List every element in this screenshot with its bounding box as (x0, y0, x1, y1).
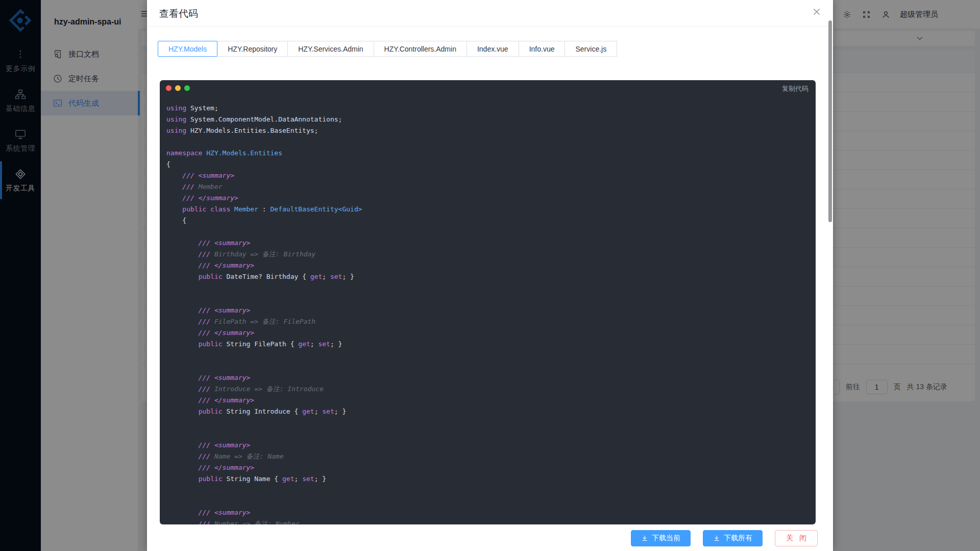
code-line (166, 361, 807, 372)
download-current-button[interactable]: 下载当前 (631, 530, 691, 546)
button-label: 下载所有 (724, 534, 752, 543)
traffic-light-green (184, 85, 190, 91)
code-line (166, 282, 807, 294)
dialog-footer: 下载当前下载所有关 闭 (631, 530, 818, 546)
code-line: using System; (166, 103, 807, 114)
code-line: /// FilePath => 备注: FilePath (166, 316, 807, 327)
code-line: public DateTime? Birthday { get; set; } (166, 271, 807, 282)
tab-hzy-services-admin[interactable]: HZY.Services.Admin (287, 41, 374, 57)
code-line: using HZY.Models.Entities.BaseEntitys; (166, 125, 807, 136)
code-line: /// Number => 备注: Number (166, 518, 807, 524)
code-line: { (166, 215, 807, 226)
code-line: /// <summary> (166, 305, 807, 316)
dialog-header: 查看代码 (147, 0, 833, 27)
copy-code-button[interactable]: 复制代码 (782, 84, 808, 93)
traffic-light-yellow (175, 85, 181, 91)
code-content: using System;using System.ComponentModel… (160, 95, 816, 524)
code-line (166, 294, 807, 305)
download-all-button[interactable]: 下载所有 (703, 530, 763, 546)
tab-hzy-repository[interactable]: HZY.Repository (217, 41, 288, 57)
code-line: { (166, 159, 807, 170)
close-icon[interactable] (813, 8, 823, 18)
code-line: /// </summary> (166, 395, 807, 406)
code-line (166, 485, 807, 496)
code-line: /// <summary> (166, 440, 807, 451)
code-line: /// Birthday => 备注: Birthday (166, 249, 807, 260)
dialog-scrollbar-thumb[interactable] (828, 20, 832, 222)
view-code-dialog: 查看代码 HZY.ModelsHZY.RepositoryHZY.Service… (147, 0, 833, 551)
close-button[interactable]: 关 闭 (775, 530, 818, 546)
code-line: /// </summary> (166, 193, 807, 204)
code-file-tabs: HZY.ModelsHZY.RepositoryHZY.Services.Adm… (158, 41, 617, 57)
code-line (166, 428, 807, 440)
code-line: public String Introduce { get; set; } (166, 406, 807, 417)
code-line (166, 226, 807, 237)
code-line: /// <summary> (166, 170, 807, 181)
code-line: /// Name => 备注: Name (166, 451, 807, 462)
code-line: /// Introduce => 备注: Introduce (166, 384, 807, 395)
code-window: 复制代码 using System;using System.Component… (160, 80, 816, 524)
button-label: 关 闭 (786, 534, 808, 543)
code-line: /// <summary> (166, 237, 807, 249)
code-line: public String Name { get; set; } (166, 473, 807, 485)
code-line: using System.ComponentModel.DataAnnotati… (166, 114, 807, 125)
tab-info-vue[interactable]: Info.vue (519, 41, 566, 57)
code-line: /// <summary> (166, 507, 807, 518)
code-line: /// </summary> (166, 327, 807, 339)
code-line: namespace HZY.Models.Entities (166, 148, 807, 159)
download-icon (641, 535, 648, 542)
code-line (166, 496, 807, 507)
code-line: public String FilePath { get; set; } (166, 339, 807, 350)
code-line (166, 350, 807, 361)
tab-hzy-controllers-admin[interactable]: HZY.Controllers.Admin (374, 41, 467, 57)
dialog-title: 查看代码 (159, 7, 198, 20)
code-line: /// Member (166, 181, 807, 193)
code-window-titlebar: 复制代码 (160, 80, 816, 95)
code-line: /// <summary> (166, 372, 807, 384)
code-line (166, 136, 807, 148)
tab-index-vue[interactable]: Index.vue (467, 41, 519, 57)
tab-service-js[interactable]: Service.js (565, 41, 617, 57)
code-line: public class Member : DefaultBaseEntity<… (166, 204, 807, 215)
code-line: /// </summary> (166, 260, 807, 271)
download-icon (713, 535, 720, 542)
screen: 更多示例基础信息系统管理开发工具 hzy-admin-spa-ui 接口文档定时… (0, 0, 980, 551)
code-line (166, 417, 807, 428)
tab-hzy-models[interactable]: HZY.Models (158, 41, 217, 57)
code-line: /// </summary> (166, 462, 807, 473)
traffic-light-red (166, 85, 172, 91)
button-label: 下载当前 (652, 534, 680, 543)
